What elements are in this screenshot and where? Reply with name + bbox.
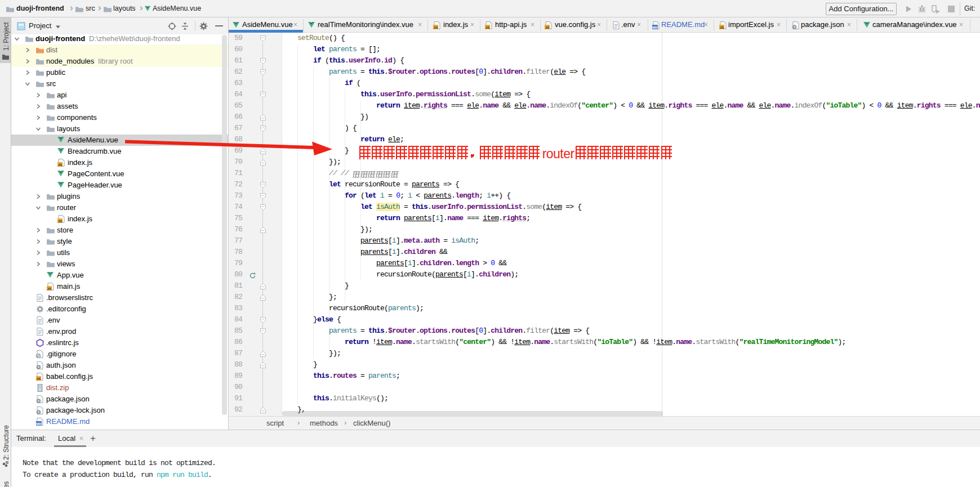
svg-text:JS: JS <box>58 220 62 223</box>
svg-text:JS: JS <box>47 287 51 291</box>
svg-text:JS: JS <box>545 26 549 29</box>
svg-text:MD: MD <box>36 422 42 426</box>
svg-text:JS: JS <box>720 26 724 29</box>
svg-text:JS: JS <box>434 26 438 29</box>
svg-text:MD: MD <box>652 26 658 29</box>
svg-text:JS: JS <box>37 377 41 381</box>
svg-text:JS: JS <box>58 163 62 167</box>
svg-text:JS: JS <box>485 26 489 29</box>
